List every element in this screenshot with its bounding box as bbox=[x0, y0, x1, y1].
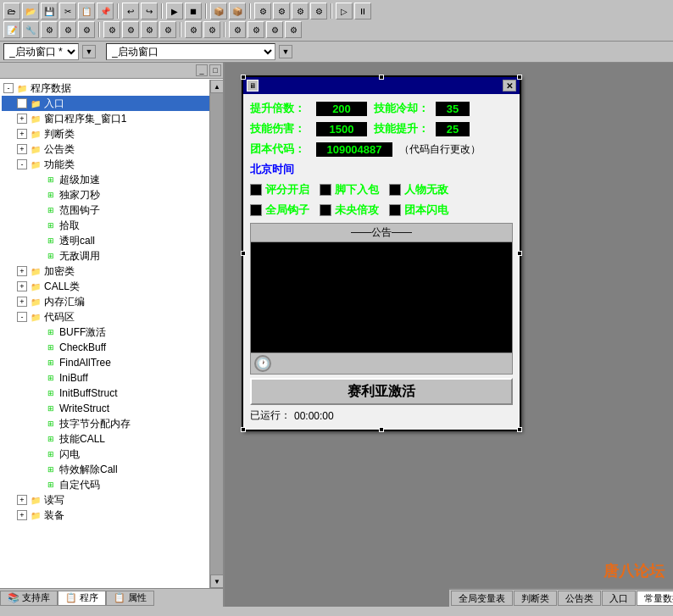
tb2-13[interactable]: ⚙ bbox=[248, 21, 264, 38]
toolbar-cfg3[interactable]: ⚙ bbox=[292, 3, 309, 19]
left-tab-program[interactable]: 📋 程序 bbox=[58, 591, 106, 606]
tree-item[interactable]: -📁程序数据 bbox=[2, 80, 221, 96]
cb-invincible-box[interactable] bbox=[389, 184, 401, 196]
tree-expand-btn[interactable]: + bbox=[17, 297, 27, 307]
tree-item[interactable]: ⊞闪电 bbox=[2, 447, 221, 462]
tree-expand-btn[interactable]: + bbox=[17, 281, 27, 291]
scroll-track[interactable] bbox=[210, 93, 223, 574]
tb2-4[interactable]: ⚙ bbox=[59, 21, 76, 38]
toolbar-undo[interactable]: ↩ bbox=[122, 3, 139, 19]
cb-global-hook[interactable]: 全局钩子 bbox=[250, 203, 309, 218]
cb-weiy-box[interactable] bbox=[320, 204, 331, 216]
cb-global-hook-box[interactable] bbox=[250, 204, 262, 216]
cb-score-box[interactable] bbox=[250, 184, 262, 196]
tree-item[interactable]: +📁CALL类 bbox=[2, 279, 221, 294]
tree-expand-btn[interactable]: - bbox=[17, 98, 27, 108]
tb2-11[interactable]: ⚙ bbox=[203, 21, 220, 38]
tree-item[interactable]: +📁判断类 bbox=[2, 126, 221, 142]
tb2-2[interactable]: 🔧 bbox=[22, 21, 39, 38]
right-dropdown-btn[interactable]: ▼ bbox=[279, 45, 292, 58]
tree-item[interactable]: ⊞特效解除Call bbox=[2, 462, 221, 477]
tree-expand-btn[interactable]: + bbox=[17, 495, 27, 505]
tree-item[interactable]: ⊞IniBuff bbox=[2, 370, 221, 386]
toolbar-new[interactable]: 🗁 bbox=[3, 3, 20, 19]
toolbar-open[interactable]: 📂 bbox=[22, 3, 39, 19]
tree-expand-btn[interactable]: - bbox=[3, 83, 14, 93]
tree-expand-btn[interactable]: - bbox=[17, 159, 27, 169]
panel-min-btn[interactable]: _ bbox=[196, 64, 208, 76]
tb2-15[interactable]: ⚙ bbox=[285, 21, 302, 38]
tree-item[interactable]: ⊞WriteStruct bbox=[2, 401, 221, 416]
tree-expand-btn[interactable]: + bbox=[17, 114, 27, 124]
toolbar-pkg1[interactable]: 📦 bbox=[210, 3, 227, 19]
tree-item[interactable]: ⊞范围钩子 bbox=[2, 203, 221, 218]
cb-thunder[interactable]: 团本闪电 bbox=[389, 203, 448, 218]
bottom-tab-announce[interactable]: 公告类 bbox=[558, 591, 601, 606]
tree-item[interactable]: ⊞自定代码 bbox=[2, 477, 221, 492]
toolbar-pkg2[interactable]: 📦 bbox=[229, 3, 246, 19]
tb2-14[interactable]: ⚙ bbox=[266, 21, 283, 38]
cb-invincible[interactable]: 人物无敌 bbox=[389, 182, 448, 197]
toolbar-run[interactable]: ▶ bbox=[166, 3, 183, 19]
tb2-1[interactable]: 📝 bbox=[3, 21, 20, 38]
tree-item[interactable]: ⊞BUFF激活 bbox=[2, 325, 221, 340]
tree-item[interactable]: +📁装备 bbox=[2, 508, 221, 523]
tb2-7[interactable]: ⚙ bbox=[122, 21, 139, 38]
tree-item[interactable]: +📁公告类 bbox=[2, 142, 221, 157]
scroll-down[interactable]: ▼ bbox=[210, 574, 224, 588]
toolbar-pause[interactable]: ⏸ bbox=[354, 3, 371, 19]
left-tab-library[interactable]: 📚 支持库 bbox=[0, 591, 58, 606]
toolbar-stop[interactable]: ⏹ bbox=[185, 3, 202, 19]
tree-item[interactable]: -📁功能类 bbox=[2, 157, 221, 172]
tree-item[interactable]: +📁内存汇编 bbox=[2, 294, 221, 309]
cb-weiy[interactable]: 未央倍攻 bbox=[320, 203, 379, 218]
tree-item[interactable]: ⊞超级加速 bbox=[2, 172, 221, 187]
toolbar-cfg2[interactable]: ⚙ bbox=[273, 3, 290, 19]
tree-item[interactable]: ⊞FindAllTree bbox=[2, 355, 221, 370]
tb2-10[interactable]: ⚙ bbox=[185, 21, 202, 38]
tb2-6[interactable]: ⚙ bbox=[103, 21, 120, 38]
tree-item[interactable]: ⊞技字节分配内存 bbox=[2, 416, 221, 431]
right-dropdown[interactable]: _启动窗口 bbox=[106, 43, 275, 60]
left-dropdown-btn[interactable]: ▼ bbox=[82, 45, 96, 58]
bottom-tab-global-var[interactable]: 全局变量表 bbox=[451, 591, 513, 606]
bottom-tab-entry[interactable]: 入口 bbox=[602, 591, 636, 606]
activate-button[interactable]: 赛利亚激活 bbox=[250, 378, 513, 405]
scrollbar-vertical[interactable]: ▲ ▼ bbox=[209, 80, 223, 588]
tb2-9[interactable]: ⚙ bbox=[159, 21, 176, 38]
left-tab-properties[interactable]: 📋 属性 bbox=[106, 591, 154, 606]
toolbar-paste[interactable]: 📌 bbox=[97, 3, 114, 19]
tb2-12[interactable]: ⚙ bbox=[229, 21, 246, 38]
tree-item[interactable]: +📁窗口程序集_窗口1 bbox=[2, 111, 221, 126]
dialog-close-button[interactable]: ✕ bbox=[503, 80, 516, 92]
tree-item[interactable]: ⊞独家刀秒 bbox=[2, 187, 221, 203]
cb-score[interactable]: 评分开启 bbox=[250, 182, 309, 197]
tb2-3[interactable]: ⚙ bbox=[41, 21, 58, 38]
toolbar-cut[interactable]: ✂ bbox=[59, 3, 76, 19]
cb-footbag[interactable]: 脚下入包 bbox=[320, 182, 379, 197]
tree-expand-btn[interactable]: + bbox=[17, 510, 27, 520]
scroll-up[interactable]: ▲ bbox=[210, 80, 224, 93]
tree-expand-btn[interactable]: - bbox=[17, 312, 27, 322]
tree-item[interactable]: ⊞CheckBuff bbox=[2, 340, 221, 355]
tree-expand-btn[interactable]: + bbox=[17, 144, 27, 154]
toolbar-play2[interactable]: ▷ bbox=[336, 3, 353, 19]
tree-expand-btn[interactable]: + bbox=[17, 266, 27, 276]
bottom-tab-const[interactable]: 常量数据表 bbox=[637, 591, 673, 606]
tree-expand-btn[interactable]: + bbox=[17, 129, 27, 139]
toolbar-save[interactable]: 💾 bbox=[41, 3, 58, 19]
toolbar-cfg4[interactable]: ⚙ bbox=[310, 3, 327, 19]
tree-container[interactable]: -📁程序数据-📁入口+📁窗口程序集_窗口1+📁判断类+📁公告类-📁功能类⊞超级加… bbox=[0, 79, 223, 607]
panel-max-btn[interactable]: □ bbox=[209, 64, 221, 76]
tb2-5[interactable]: ⚙ bbox=[78, 21, 95, 38]
tb2-8[interactable]: ⚙ bbox=[141, 21, 158, 38]
cb-footbag-box[interactable] bbox=[320, 184, 331, 196]
toolbar-redo[interactable]: ↪ bbox=[141, 3, 158, 19]
cb-thunder-box[interactable] bbox=[389, 204, 401, 216]
tree-item[interactable]: +📁加密类 bbox=[2, 264, 221, 279]
tree-item[interactable]: ⊞InitBuffStruct bbox=[2, 386, 221, 401]
tree-item[interactable]: -📁代码区 bbox=[2, 309, 221, 325]
tree-item[interactable]: ⊞拾取 bbox=[2, 218, 221, 233]
toolbar-cfg1[interactable]: ⚙ bbox=[254, 3, 271, 19]
tree-item[interactable]: ⊞透明call bbox=[2, 233, 221, 248]
